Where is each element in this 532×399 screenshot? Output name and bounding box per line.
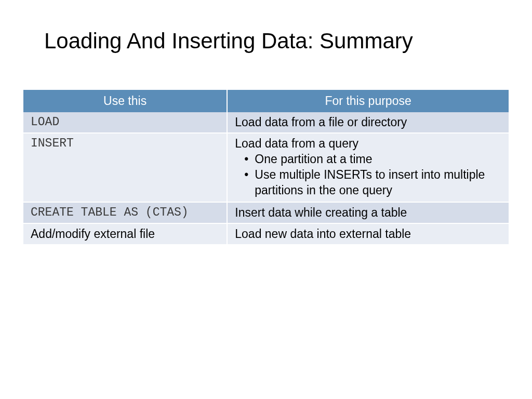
purpose-bullets: One partition at a time Use multiple INS… <box>235 152 501 198</box>
header-use-this: Use this <box>23 90 227 112</box>
table-row: INSERT Load data from a query One partit… <box>23 133 509 202</box>
cell-purpose: Load data from a file or directory <box>227 112 509 133</box>
page-title: Loading And Inserting Data: Summary <box>23 29 509 54</box>
purpose-text: Load data from a query <box>235 137 501 151</box>
table-row: LOAD Load data from a file or directory <box>23 112 509 133</box>
purpose-bullet: Use multiple INSERTs to insert into mult… <box>240 167 501 198</box>
cell-use: LOAD <box>23 112 227 133</box>
table-row: Add/modify external file Load new data i… <box>23 223 509 245</box>
cell-purpose: Load new data into external table <box>227 223 509 245</box>
summary-table: Use this For this purpose LOAD Load data… <box>23 90 509 245</box>
cell-purpose: Load data from a query One partition at … <box>227 133 509 202</box>
table-row: CREATE TABLE AS (CTAS) Insert data while… <box>23 202 509 223</box>
header-for-purpose: For this purpose <box>227 90 509 112</box>
purpose-bullet: One partition at a time <box>240 152 501 167</box>
cell-use: INSERT <box>23 133 227 202</box>
cell-purpose: Insert data while creating a table <box>227 202 509 223</box>
cell-use: Add/modify external file <box>23 223 227 245</box>
cell-use: CREATE TABLE AS (CTAS) <box>23 202 227 223</box>
